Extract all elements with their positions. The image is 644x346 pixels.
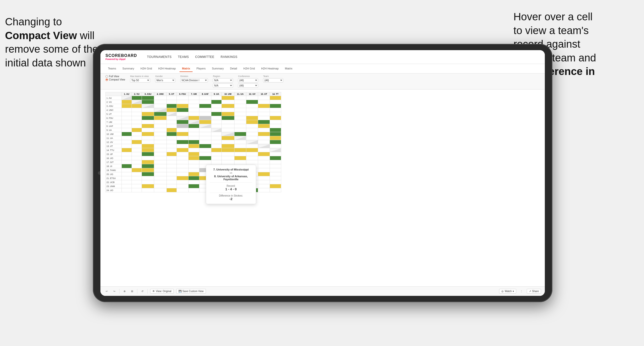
cell-unm-fsu[interactable] bbox=[177, 184, 189, 188]
tab-summary2[interactable]: Summary bbox=[209, 65, 226, 72]
cell-uaf-uw[interactable] bbox=[222, 124, 234, 128]
cell-uo-tt[interactable] bbox=[270, 156, 281, 160]
cell-uw-uv[interactable] bbox=[246, 132, 258, 136]
cell-uo-uw[interactable] bbox=[222, 156, 234, 160]
tab-detail[interactable]: Detail bbox=[227, 65, 240, 72]
cell-uw-ut[interactable] bbox=[166, 132, 177, 136]
cell-git-ua[interactable] bbox=[211, 160, 222, 164]
conference-select[interactable]: (All) bbox=[238, 78, 258, 82]
cell-unm-vu[interactable] bbox=[132, 184, 142, 188]
cell-fsu-um[interactable] bbox=[189, 116, 199, 120]
cell-uw-asu[interactable] bbox=[142, 132, 154, 136]
cell-fsu-uw[interactable] bbox=[222, 116, 234, 120]
cell-uv-ua[interactable] bbox=[211, 140, 222, 144]
cell-ut-fsu[interactable] bbox=[177, 112, 189, 116]
cell-ttu-uv[interactable] bbox=[246, 148, 258, 152]
cell-fsu-asu[interactable] bbox=[142, 116, 154, 120]
cell-um-tt[interactable] bbox=[270, 120, 281, 124]
cell-git-uaf[interactable] bbox=[199, 160, 211, 164]
cell-uo2-fsu[interactable] bbox=[177, 188, 189, 192]
cell-uo-ua[interactable] bbox=[211, 156, 222, 160]
division-select[interactable]: NCAA Division I bbox=[180, 78, 208, 82]
cell-ui-ut2[interactable] bbox=[258, 164, 270, 168]
cell-git-fsu[interactable] bbox=[177, 160, 189, 164]
undo-button[interactable]: ↩ bbox=[104, 289, 109, 293]
cell-au-au[interactable] bbox=[122, 96, 132, 100]
cell-ua2-um[interactable] bbox=[189, 136, 199, 140]
cell-uaf-uaf[interactable] bbox=[199, 124, 211, 128]
cell-uo-ua2[interactable] bbox=[234, 156, 246, 160]
cell-uo2-unc[interactable] bbox=[154, 188, 167, 192]
cell-au-ua[interactable] bbox=[211, 96, 222, 100]
cell-ua-au[interactable] bbox=[122, 128, 132, 132]
cell-unc-uv[interactable] bbox=[246, 108, 258, 112]
cell-ttu-ua2[interactable] bbox=[234, 148, 246, 152]
cell-ttu-vu[interactable] bbox=[132, 148, 142, 152]
cell-ua-fsu[interactable] bbox=[177, 128, 189, 132]
cell-fsu-fsu[interactable] bbox=[177, 116, 189, 120]
cell-ug-asu[interactable] bbox=[142, 172, 154, 176]
watch-button[interactable]: ◎ Watch ▾ bbox=[499, 289, 516, 294]
cell-uv-fsu[interactable] bbox=[177, 140, 189, 144]
cell-uo-unc[interactable] bbox=[154, 156, 167, 160]
cell-unc-tt[interactable] bbox=[270, 108, 281, 112]
cell-tamu-ut2[interactable] bbox=[258, 168, 270, 172]
cell-etsu-asu[interactable] bbox=[142, 176, 154, 180]
cell-vu-au[interactable] bbox=[122, 100, 132, 104]
cell-ua-ut2[interactable] bbox=[258, 128, 270, 132]
cell-ttu-ttu[interactable] bbox=[270, 148, 281, 152]
cell-uf-ua[interactable] bbox=[211, 152, 222, 156]
cell-vu-ua[interactable] bbox=[211, 100, 222, 104]
cell-ui-tt[interactable] bbox=[270, 164, 281, 168]
cell-vu-fsu[interactable] bbox=[177, 100, 189, 104]
cell-unc-unc[interactable] bbox=[154, 108, 167, 112]
cell-ui-ut[interactable] bbox=[166, 164, 177, 168]
cell-ui-unc[interactable] bbox=[154, 164, 167, 168]
tab-h2h-heatmap1[interactable]: H2H Heatmap bbox=[156, 65, 178, 72]
cell-uaf-ut[interactable] bbox=[166, 124, 177, 128]
cell-asu-uaf[interactable] bbox=[199, 104, 211, 108]
cell-vu-uw[interactable] bbox=[222, 100, 234, 104]
cell-ua2-uw[interactable] bbox=[222, 136, 234, 140]
cell-uo-ut[interactable] bbox=[166, 156, 177, 160]
cell-ut-ut2[interactable] bbox=[258, 112, 270, 116]
cell-uv-ua2[interactable] bbox=[234, 140, 246, 144]
cell-asu-tt[interactable] bbox=[270, 104, 281, 108]
cell-vu-ut[interactable] bbox=[166, 100, 177, 104]
cell-ua2-ua2[interactable] bbox=[234, 136, 246, 140]
cell-um-uaf[interactable] bbox=[199, 120, 211, 124]
cell-au-fsu[interactable] bbox=[177, 96, 189, 100]
cell-uo-um[interactable] bbox=[189, 156, 199, 160]
cell-tamu-fsu[interactable] bbox=[177, 168, 189, 172]
cell-au-um[interactable] bbox=[189, 96, 199, 100]
cell-etsu-unc[interactable] bbox=[154, 176, 167, 180]
cell-au-asu[interactable] bbox=[142, 96, 154, 100]
cell-uv-uw[interactable] bbox=[222, 140, 234, 144]
cell-asu-ua[interactable] bbox=[211, 104, 222, 108]
cell-uf-au[interactable] bbox=[122, 152, 132, 156]
cell-git-uw[interactable] bbox=[222, 160, 234, 164]
cell-ucb-au[interactable] bbox=[122, 180, 132, 184]
cell-uf-ua2[interactable] bbox=[234, 152, 246, 156]
cell-ua-vu[interactable] bbox=[132, 128, 142, 132]
cell-uf-uaf[interactable] bbox=[199, 152, 211, 156]
cell-ua2-au[interactable] bbox=[122, 136, 132, 140]
cell-uaf-tt[interactable] bbox=[270, 124, 281, 128]
cell-uaf-vu[interactable] bbox=[132, 124, 142, 128]
cell-ttu-fsu[interactable] bbox=[177, 148, 189, 152]
cell-ttu-um[interactable] bbox=[189, 148, 199, 152]
cell-uv-uv[interactable] bbox=[246, 140, 258, 144]
cell-unc-fsu[interactable] bbox=[177, 108, 189, 112]
cell-vu-tt[interactable] bbox=[270, 100, 281, 104]
cell-etsu-ut[interactable] bbox=[166, 176, 177, 180]
cell-unc-ut[interactable] bbox=[166, 108, 177, 112]
cell-unc-ut2[interactable] bbox=[258, 108, 270, 112]
cell-ui-asu[interactable] bbox=[142, 164, 154, 168]
redo-button[interactable]: ↪ bbox=[112, 289, 117, 293]
cell-ut2-ua2[interactable] bbox=[234, 144, 246, 148]
cell-unm-ut2[interactable] bbox=[258, 184, 270, 188]
cell-um-uv[interactable] bbox=[246, 120, 258, 124]
cell-ua-unc[interactable] bbox=[154, 128, 167, 132]
cell-ug-tt[interactable] bbox=[270, 172, 281, 176]
cell-uw-uw[interactable] bbox=[222, 132, 234, 136]
